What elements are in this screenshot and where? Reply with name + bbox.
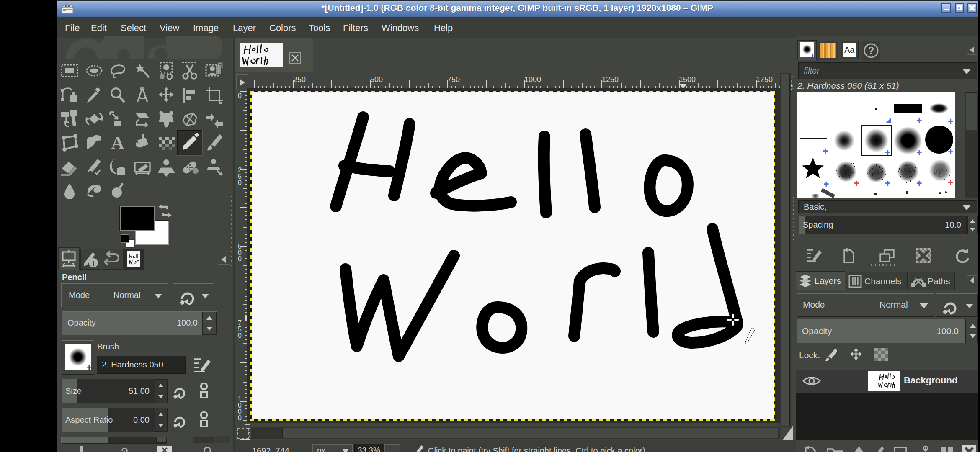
svg-text:i: i — [93, 259, 95, 267]
svg-text:?: ? — [868, 45, 874, 56]
svg-text:A: A — [111, 134, 124, 152]
